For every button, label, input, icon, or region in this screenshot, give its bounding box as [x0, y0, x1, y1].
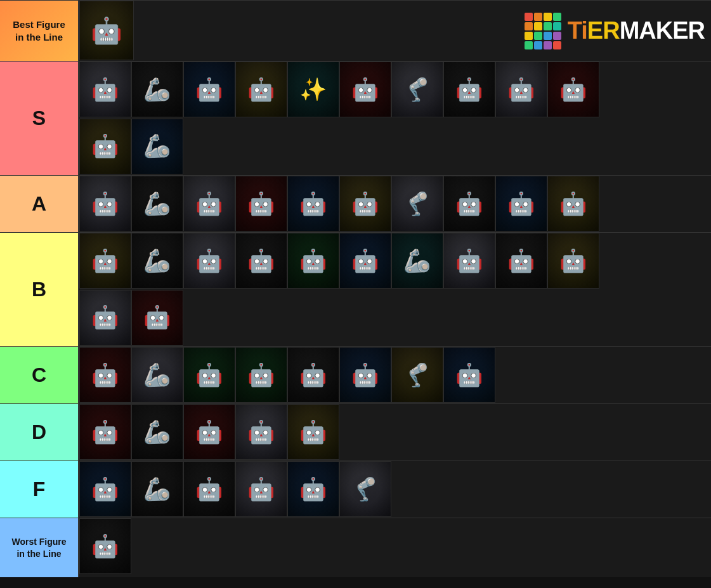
figure-f-6[interactable]: 🦿	[339, 461, 391, 517]
figure-f-4[interactable]: 🤖	[235, 461, 287, 517]
best-tier-label: Best Figure in the Line	[0, 1, 79, 61]
figure-f-3[interactable]: 🤖	[183, 461, 235, 517]
b-tier-label: B	[0, 233, 79, 346]
figure-a-2[interactable]: 🦾	[131, 176, 183, 232]
figure-b-6[interactable]: 🤖	[339, 233, 391, 289]
figure-b-4[interactable]: 🤖	[235, 233, 287, 289]
figure-b-8[interactable]: 🤖	[443, 233, 495, 289]
a-tier-label: A	[0, 176, 79, 232]
figure-c-5[interactable]: 🤖	[287, 347, 339, 403]
best-tier-content: TiERMAKER 🤖	[79, 1, 711, 61]
figure-s-3[interactable]: 🤖	[183, 62, 235, 117]
tier-list: Best Figure in the Line	[0, 0, 711, 577]
figure-s-2[interactable]: 🦾	[131, 62, 183, 117]
figure-a-3[interactable]: 🤖	[183, 176, 235, 232]
figure-c-1[interactable]: 🤖	[79, 347, 131, 403]
c-tier-label: C	[0, 347, 79, 403]
b-tier-row: B 🤖 🦾 🤖 🤖 🤖 🤖 🦾 🤖 🤖 🤖 🤖 🤖	[0, 232, 711, 346]
logo-grid	[525, 13, 561, 49]
s-tier-content: 🤖 🦾 🤖 🤖 ✨ 🤖 🦿 🤖 🤖 🤖 🤖 🦾	[79, 62, 711, 175]
figure-s-6[interactable]: 🤖	[339, 62, 391, 117]
tiermaker-logo: TiERMAKER	[525, 13, 705, 49]
figure-b-11[interactable]: 🤖	[79, 290, 131, 346]
f-tier-row: F 🤖 🦾 🤖 🤖 🤖 🦿	[0, 461, 711, 518]
figure-s-1[interactable]: 🤖	[79, 62, 131, 117]
figure-b-9[interactable]: 🤖	[495, 233, 547, 289]
figure-a-5[interactable]: 🤖	[287, 176, 339, 232]
figure-a-9[interactable]: 🤖	[495, 176, 547, 232]
figure-d-2[interactable]: 🦾	[131, 404, 183, 460]
figure-c-6[interactable]: 🤖	[339, 347, 391, 403]
s-tier-label: S	[0, 62, 79, 175]
c-tier-content: 🤖 🦾 🤖 🤖 🤖 🤖 🦿 🤖	[79, 347, 711, 403]
figure-f-5[interactable]: 🤖	[287, 461, 339, 517]
figure-d-5[interactable]: 🤖	[287, 404, 339, 460]
figure-s-11[interactable]: 🤖	[79, 119, 131, 174]
figure-b-5[interactable]: 🤖	[287, 233, 339, 289]
figure-a-6[interactable]: 🤖	[339, 176, 391, 232]
figure-b-2[interactable]: 🦾	[131, 233, 183, 289]
figure-f-2[interactable]: 🦾	[131, 461, 183, 517]
a-tier-content: 🤖 🦾 🤖 🤖 🤖 🤖 🦿 🤖 🤖 🤖	[79, 176, 711, 232]
worst-tier-content: 🤖	[79, 518, 711, 577]
logo-text: TiERMAKER	[568, 17, 705, 44]
figure-d-3[interactable]: 🤖	[183, 404, 235, 460]
figure-b-10[interactable]: 🤖	[547, 233, 599, 289]
d-tier-content: 🤖 🦾 🤖 🤖 🤖	[79, 404, 711, 461]
figure-a-8[interactable]: 🤖	[443, 176, 495, 232]
d-tier-label: D	[0, 404, 79, 461]
figure-a-1[interactable]: 🤖	[79, 176, 131, 232]
figure-a-4[interactable]: 🤖	[235, 176, 287, 232]
figure-best-1[interactable]: 🤖	[79, 1, 134, 60]
figure-d-4[interactable]: 🤖	[235, 404, 287, 460]
figure-s-8[interactable]: 🤖	[443, 62, 495, 117]
worst-tier-label: Worst Figure in the Line	[0, 518, 79, 577]
figure-s-12[interactable]: 🦾	[131, 119, 183, 174]
figure-a-7[interactable]: 🦿	[391, 176, 443, 232]
figure-f-1[interactable]: 🤖	[79, 461, 131, 517]
figure-d-1[interactable]: 🤖	[79, 404, 131, 460]
figure-b-7[interactable]: 🦾	[391, 233, 443, 289]
figure-c-4[interactable]: 🤖	[235, 347, 287, 403]
best-tier-row: Best Figure in the Line	[0, 0, 711, 61]
figure-a-10[interactable]: 🤖	[547, 176, 599, 232]
figure-b-12[interactable]: 🤖	[131, 290, 183, 346]
s-tier-row: S 🤖 🦾 🤖 🤖 ✨ 🤖 🦿 🤖 🤖 🤖 🤖 🦾	[0, 61, 711, 175]
c-tier-row: C 🤖 🦾 🤖 🤖 🤖 🤖 🦿 🤖	[0, 346, 711, 403]
figure-b-3[interactable]: 🤖	[183, 233, 235, 289]
f-tier-content: 🤖 🦾 🤖 🤖 🤖 🦿	[79, 461, 711, 518]
figure-c-7[interactable]: 🦿	[391, 347, 443, 403]
f-tier-label: F	[0, 461, 79, 518]
a-tier-row: A 🤖 🦾 🤖 🤖 🤖 🤖 🦿 🤖 🤖 🤖	[0, 175, 711, 232]
figure-s-5[interactable]: ✨	[287, 62, 339, 117]
figure-worst-1[interactable]: 🤖	[79, 518, 131, 574]
figure-s-7[interactable]: 🦿	[391, 62, 443, 117]
figure-c-8[interactable]: 🤖	[443, 347, 495, 403]
figure-s-10[interactable]: 🤖	[547, 62, 599, 117]
figure-s-4[interactable]: 🤖	[235, 62, 287, 117]
worst-tier-row: Worst Figure in the Line 🤖	[0, 518, 711, 577]
figure-s-9[interactable]: 🤖	[495, 62, 547, 117]
figure-c-2[interactable]: 🦾	[131, 347, 183, 403]
figure-b-1[interactable]: 🤖	[79, 233, 131, 289]
d-tier-row: D 🤖 🦾 🤖 🤖 🤖	[0, 403, 711, 461]
b-tier-content: 🤖 🦾 🤖 🤖 🤖 🤖 🦾 🤖 🤖 🤖 🤖 🤖	[79, 233, 711, 346]
figure-c-3[interactable]: 🤖	[183, 347, 235, 403]
